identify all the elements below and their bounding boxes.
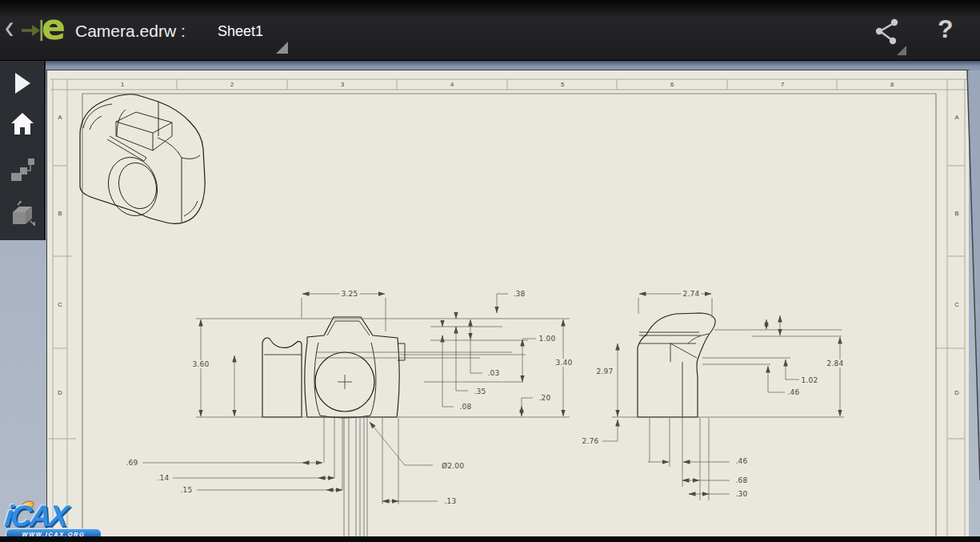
- dim-side-46-right: .46: [788, 388, 800, 396]
- edrawings-app: { "titlebar": { "back": "‹", "logo_e": "…: [0, 0, 980, 542]
- markup-steps-button[interactable]: [0, 156, 44, 187]
- help-button[interactable]: ?: [938, 14, 954, 44]
- toolbar-sidebar: [0, 60, 46, 240]
- zone-row-label: B: [58, 210, 62, 217]
- markup-steps-icon: [9, 156, 36, 183]
- views-cube-button[interactable]: [0, 201, 44, 233]
- dim-front-69: .69: [126, 459, 138, 467]
- share-icon: [874, 18, 901, 45]
- dim-side-height-left: 2.97: [595, 367, 615, 375]
- share-dropdown-icon[interactable]: [897, 46, 906, 55]
- dim-side-46-bottom: .46: [736, 457, 748, 465]
- dim-front-13: .13: [445, 497, 457, 505]
- play-icon: [13, 72, 32, 94]
- zone-col-label: 5: [561, 81, 564, 88]
- dim-side-height-right: 2.84: [826, 359, 846, 367]
- zone-row-label: D: [954, 389, 958, 396]
- dim-side-width: 2.74: [682, 290, 702, 298]
- zone-col-label: 1: [121, 81, 124, 88]
- zone-row-label: D: [58, 389, 62, 396]
- zone-col-label: 3: [341, 81, 344, 88]
- dim-lens-diameter: Ø2.00: [442, 462, 464, 470]
- dim-front-height-right: 3.40: [554, 359, 574, 367]
- zone-col-label: 7: [781, 81, 784, 88]
- dim-side-102: 1.02: [802, 376, 818, 384]
- dim-front-15: .15: [181, 486, 193, 494]
- dim-front-height-left: 3.60: [191, 360, 211, 368]
- dim-front-35: .35: [474, 387, 486, 395]
- dim-front-14: .14: [158, 474, 170, 482]
- dim-front-offset: .38: [514, 290, 526, 298]
- dim-front-width: 3.25: [340, 290, 360, 298]
- share-button[interactable]: [874, 18, 901, 48]
- zone-col-label: 6: [670, 81, 674, 88]
- views-cube-icon: [8, 201, 37, 230]
- zone-col-label: 4: [450, 81, 454, 88]
- play-button[interactable]: [0, 72, 44, 98]
- zone-row-label: C: [58, 301, 62, 308]
- icax-watermark: iCAX WWW.ICAX.ORG: [2, 495, 110, 540]
- zone-row-label: A: [954, 114, 958, 121]
- home-icon: [10, 111, 35, 135]
- edrawings-logo: e: [42, 6, 66, 47]
- sheet-tab[interactable]: Sheet1: [218, 23, 263, 40]
- back-icon[interactable]: ‹: [5, 7, 14, 46]
- drawing-sheet[interactable]: [46, 70, 969, 539]
- document-title: Camera.edrw :: [75, 22, 186, 41]
- zone-row-label: A: [58, 114, 62, 121]
- dim-front-100: 1.00: [539, 335, 556, 343]
- home-button[interactable]: [0, 111, 44, 139]
- sheet-dropdown-icon[interactable]: [276, 42, 288, 54]
- title-bar: ‹ e Camera.edrw : Sheet1 ?: [0, 0, 980, 61]
- bottom-black-bar: [0, 536, 980, 542]
- zone-row-label: C: [954, 301, 958, 308]
- dim-side-68: .68: [736, 476, 748, 484]
- zone-row-label: B: [954, 210, 958, 217]
- edrawings-arrow-icon: [21, 18, 43, 46]
- dim-front-08: .08: [460, 403, 472, 411]
- zone-col-label: 8: [890, 81, 894, 88]
- dim-front-03: .03: [488, 369, 500, 377]
- dim-front-20: .20: [539, 394, 551, 402]
- zone-col-label: 2: [230, 81, 234, 88]
- dim-side-276: 2.76: [582, 437, 599, 445]
- dim-side-30: .30: [736, 490, 748, 498]
